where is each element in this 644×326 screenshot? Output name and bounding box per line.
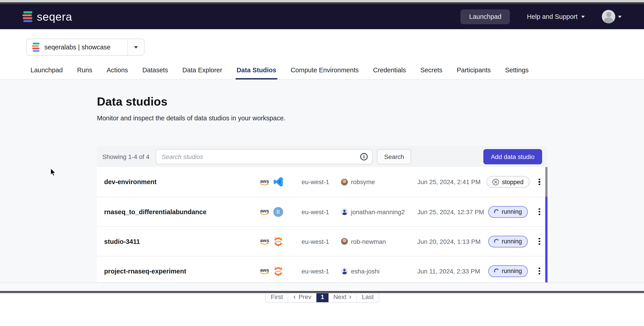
studios-table: dev-environment aws R jupyter eu-west-1 … (97, 167, 548, 286)
data-studios-panel: Showing 1-4 of 4 Search Add data studio (97, 146, 548, 303)
page-title: Data studios (97, 95, 644, 109)
tab-secrets[interactable]: Secrets (420, 62, 443, 79)
created-date: Jun 20, 2024, 1:13 PM (417, 238, 485, 245)
aws-icon: aws (260, 237, 270, 245)
top-navbar: seqera Launchpad Help and Support (0, 4, 644, 29)
svg-text:aws: aws (260, 267, 269, 272)
spinner-icon (494, 268, 500, 274)
created-date: Jun 25, 2024, 12:37 PM (417, 208, 485, 215)
chevron-right-icon: › (349, 293, 352, 300)
workspace-org-icon (32, 43, 40, 52)
aws-icon: aws (260, 178, 270, 186)
browser-bottom-bar (0, 291, 644, 293)
brand-name: seqera (37, 10, 72, 23)
help-label: Help and Support (527, 13, 578, 20)
user-menu[interactable] (602, 10, 622, 23)
studio-name-link[interactable]: project-rnaseq-experiment (104, 267, 260, 274)
tab-participants[interactable]: Participants (456, 62, 492, 79)
table-scrollbar[interactable] (545, 167, 548, 285)
studio-name-link[interactable]: rnaseq_to_differentialabundance (104, 208, 260, 215)
table-row: rnaseq_to_differentialabundance aws R ju… (97, 197, 548, 226)
status-badge: stopped (487, 176, 529, 188)
chevron-left-icon: ‹ (293, 293, 296, 300)
spinner-icon (494, 238, 500, 244)
launchpad-button[interactable]: Launchpad (461, 9, 510, 24)
user-avatar (341, 238, 348, 245)
spinner-icon (494, 209, 500, 215)
seqera-logo-icon (22, 11, 32, 22)
tab-data-explorer[interactable]: Data Explorer (182, 62, 223, 79)
tab-datasets[interactable]: Datasets (141, 62, 169, 79)
studio-name-link[interactable]: dev-environment (104, 178, 260, 185)
svg-text:jupyter: jupyter (275, 270, 281, 272)
tab-credentials[interactable]: Credentials (372, 62, 407, 79)
search-info-button[interactable] (356, 149, 372, 164)
region: eu-west-1 (302, 267, 341, 274)
seqera-logo[interactable]: seqera (22, 10, 72, 23)
tab-data-studios[interactable]: Data Studios (236, 62, 277, 79)
scrollbar-track (545, 197, 548, 285)
add-data-studio-button[interactable]: Add data studio (483, 149, 542, 164)
status-badge: running (488, 265, 528, 277)
scrollbar-thumb[interactable] (545, 167, 548, 197)
svg-text:jupyter: jupyter (275, 240, 281, 242)
table-row: dev-environment aws R jupyter eu-west-1 … (97, 167, 548, 197)
chevron-down-icon (581, 16, 585, 18)
chevron-down-icon (134, 46, 138, 48)
table-toolbar: Showing 1-4 of 4 Search Add data studio (97, 146, 548, 167)
tab-settings[interactable]: Settings (504, 62, 530, 79)
stopped-icon (492, 178, 499, 185)
aws-icon: aws (260, 208, 270, 215)
tab-runs[interactable]: Runs (76, 62, 93, 79)
jupyter-icon: jupyter (273, 236, 283, 246)
tab-actions[interactable]: Actions (106, 62, 129, 79)
svg-text:aws: aws (260, 178, 269, 183)
table-row: project-rnaseq-experiment aws R jupyter … (97, 256, 548, 285)
page-footer (0, 282, 644, 293)
status-badge: running (488, 235, 528, 247)
browser-bottom-edge (0, 293, 644, 293)
tab-compute-environments[interactable]: Compute Environments (290, 62, 360, 79)
search-input[interactable] (156, 153, 356, 160)
search-button[interactable]: Search (377, 149, 411, 164)
created-date: Jun 25, 2024, 2:41 PM (417, 178, 485, 185)
vscode-icon (273, 177, 283, 187)
status-badge: running (488, 206, 528, 218)
svg-text:aws: aws (260, 238, 269, 243)
avatar (602, 10, 615, 23)
user-avatar-icon (341, 268, 348, 274)
browser-chrome-strip-dark (0, 2, 644, 4)
aws-icon: aws (260, 267, 270, 275)
workspace-dropdown-button[interactable] (128, 39, 144, 55)
svg-text:aws: aws (260, 208, 269, 213)
user-name: jonathan-manning2 (351, 208, 405, 215)
user-name: rob-newman (351, 238, 386, 245)
studio-name-link[interactable]: studio-3411 (104, 238, 260, 245)
user-name: esha-joshi (351, 267, 380, 274)
user-name: robsyme (351, 178, 375, 185)
workspace-selector[interactable]: seqeralabs | showcase (26, 39, 144, 56)
chevron-down-icon (618, 16, 622, 18)
region: eu-west-1 (302, 238, 341, 245)
search-box (156, 149, 372, 164)
status-label: running (502, 238, 522, 245)
tab-launchpad[interactable]: Launchpad (30, 62, 64, 79)
rstudio-icon: R (273, 207, 283, 217)
results-count: Showing 1-4 of 4 (102, 153, 150, 160)
info-icon (360, 152, 368, 161)
status-label: stopped (502, 178, 524, 185)
user-avatar (341, 178, 348, 185)
page-subtitle: Monitor and inspect the details of data … (97, 115, 644, 122)
created-date: Jun 11, 2024, 2:33 PM (417, 267, 485, 274)
jupyter-icon: jupyter (273, 266, 283, 276)
status-label: running (502, 268, 522, 274)
table-row: studio-3411 aws R jupyter eu-west-1 rob-… (97, 226, 548, 256)
help-and-support-menu[interactable]: Help and Support (527, 13, 585, 20)
workspace-label: seqeralabs | showcase (44, 44, 110, 51)
browser-chrome-strip (0, 0, 644, 2)
region: eu-west-1 (302, 208, 341, 215)
user-avatar-icon (341, 208, 348, 215)
region: eu-west-1 (302, 178, 341, 185)
workspace-tabs: Launchpad Runs Actions Datasets Data Exp… (0, 62, 644, 80)
status-label: running (502, 208, 522, 215)
